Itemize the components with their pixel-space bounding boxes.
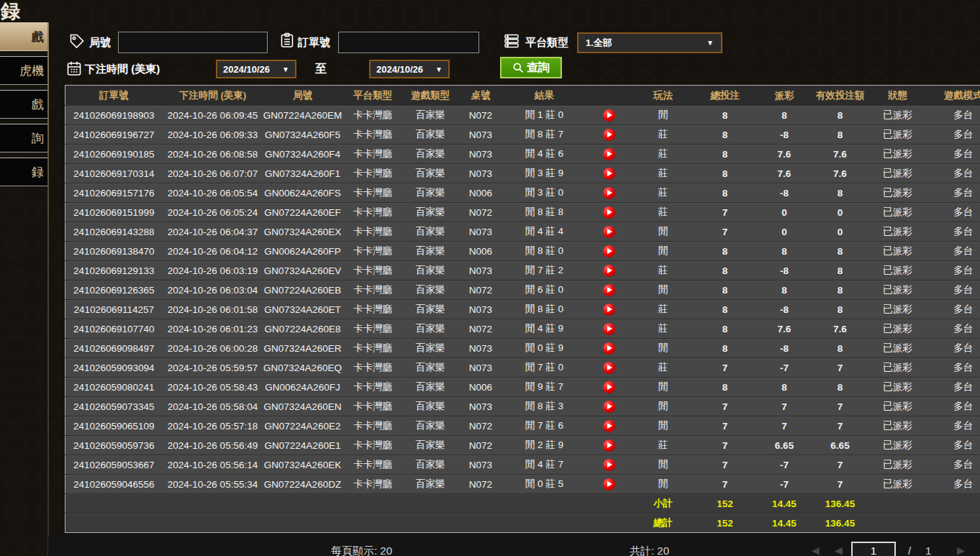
order-number-cell: 241026059059736 — [65, 436, 163, 455]
date-to-select[interactable]: 2024/10/26 ▼ — [369, 60, 450, 78]
replay-play-button[interactable] — [603, 304, 615, 316]
replay-cell — [585, 319, 634, 339]
sidebar-item-records[interactable]: 録 — [0, 158, 47, 186]
sidebar-item-slots[interactable]: 虎機 — [0, 56, 47, 85]
prev-page-button[interactable]: ◀ — [835, 544, 843, 556]
table-row: 2410260590733452024-10-26 05:58:04GN0732… — [65, 397, 980, 416]
replay-play-button[interactable] — [603, 187, 615, 199]
replay-play-button[interactable] — [603, 439, 615, 452]
bet-time-cell: 2024-10-26 05:56:49 — [163, 436, 263, 455]
grand-total-row-value: 136.45 — [812, 514, 869, 533]
valid-bet-cell: 8 — [812, 183, 869, 203]
result-cell: 閒 4 莊 6 — [504, 145, 585, 164]
table-row: 2410260691432882024-10-26 06:04:37GN0732… — [65, 222, 980, 242]
valid-bet-cell: 0 — [812, 222, 869, 242]
replay-play-button[interactable] — [603, 206, 615, 219]
bet-time-cell: 2024-10-26 06:00:28 — [163, 339, 263, 358]
next-page-button[interactable]: ▶ — [957, 544, 965, 556]
sidebar-item-label: 戲 — [32, 29, 44, 45]
total-bet-cell: 8 — [693, 378, 758, 397]
table-row: 2410260691901852024-10-26 06:08:58GN0732… — [65, 145, 980, 164]
replay-play-button[interactable] — [603, 245, 615, 258]
replay-play-button[interactable] — [603, 323, 615, 335]
total-bet-cell: 8 — [693, 125, 758, 145]
order-number-cell: 241026069114257 — [65, 300, 163, 319]
first-page-button[interactable]: ◀ — [812, 544, 820, 556]
play-method-cell: 閒 — [634, 416, 693, 436]
replay-cell — [585, 300, 634, 319]
valid-bet-cell: 8 — [812, 106, 869, 125]
replay-play-button[interactable] — [603, 109, 615, 122]
replay-play-button[interactable] — [603, 129, 615, 141]
play-method-cell: 閒 — [634, 222, 693, 242]
replay-play-button[interactable] — [603, 478, 615, 491]
replay-play-button[interactable] — [603, 148, 615, 160]
order-number-cell: 241026069126365 — [65, 281, 163, 300]
empty-cell — [458, 514, 504, 533]
empty-cell — [404, 494, 458, 514]
round-number-cell: GN07224A260E1 — [263, 436, 342, 455]
platform-type-cell: 卡卡灣廳 — [342, 164, 404, 183]
round-number-cell: GN07324A260ET — [263, 300, 342, 319]
replay-play-button[interactable] — [603, 265, 615, 277]
clipboard-icon — [279, 32, 295, 48]
empty-cell — [263, 514, 342, 533]
status-cell: 已派彩 — [869, 261, 927, 281]
platform-type-select[interactable]: 1.全部 ▼ — [577, 32, 722, 53]
order-number-input[interactable] — [338, 32, 479, 53]
round-number-cell: GN07324A260EV — [263, 261, 342, 281]
table-number-cell: N006 — [458, 378, 504, 397]
valid-bet-cell: 8 — [812, 242, 869, 261]
platform-type-cell: 卡卡灣廳 — [342, 242, 404, 261]
sidebar-item-query[interactable]: 詢 — [0, 124, 47, 152]
bet-time-cell: 2024-10-26 06:03:04 — [163, 281, 263, 300]
replay-play-button[interactable] — [603, 459, 615, 471]
order-number-cell: 241026069198903 — [65, 106, 163, 125]
game-type-cell: 百家樂 — [404, 378, 458, 397]
game-type-cell: 百家樂 — [404, 261, 458, 281]
round-number-input[interactable] — [118, 32, 268, 53]
round-number-label: 局號 — [89, 36, 111, 50]
total-bet-cell: 8 — [693, 281, 758, 300]
total-bet-cell: 8 — [693, 106, 758, 125]
empty-cell — [504, 514, 585, 533]
replay-play-button[interactable] — [603, 401, 615, 413]
status-cell: 已派彩 — [869, 358, 927, 378]
replay-play-button[interactable] — [603, 226, 615, 238]
replay-cell — [585, 339, 634, 358]
date-from-select[interactable]: 2024/10/26 ▼ — [216, 60, 296, 78]
replay-play-button[interactable] — [603, 362, 615, 374]
empty-cell — [585, 514, 634, 533]
page-divider: / — [908, 544, 911, 556]
replay-play-button[interactable] — [603, 381, 615, 393]
total-bet-cell: 8 — [693, 183, 758, 203]
empty-cell — [65, 494, 163, 514]
result-cell: 閒 7 莊 2 — [504, 261, 585, 281]
status-cell: 已派彩 — [869, 475, 927, 494]
page-number-input[interactable]: 1 — [851, 542, 896, 556]
replay-cell — [585, 455, 634, 475]
status-cell: 已派彩 — [869, 125, 927, 145]
table-row: 2410260690984972024-10-26 06:00:28GN0732… — [65, 339, 980, 358]
round-number-cell: GN07324A260EQ — [263, 358, 342, 378]
game-mode-cell: 多台 — [927, 242, 980, 261]
play-method-cell: 閒 — [634, 455, 693, 475]
search-button[interactable]: 查詢 — [500, 57, 562, 78]
payout-cell: 6.65 — [758, 436, 812, 455]
subtotal-row-value: 152 — [693, 494, 758, 514]
sidebar-item-games[interactable]: 戲 — [0, 90, 47, 119]
total-count-label: 共計: 20 — [630, 544, 669, 556]
replay-play-button[interactable] — [603, 342, 615, 355]
table-row: 2410260590597362024-10-26 05:56:49GN0722… — [65, 436, 980, 455]
table-row: 2410260691291332024-10-26 06:03:19GN0732… — [65, 261, 980, 281]
round-number-cell: GN07324A260ER — [263, 339, 342, 358]
game-mode-cell: 多台 — [927, 300, 980, 319]
valid-bet-cell: 8 — [812, 300, 869, 319]
grand-total-row-value: 152 — [693, 514, 758, 533]
play-method-cell: 莊 — [634, 183, 693, 203]
records-table: 訂單號下注時間 (美東)局號平台類型遊戲類型桌號結果玩法總投注派彩有效投注額狀態… — [65, 85, 980, 533]
replay-play-button[interactable] — [603, 420, 615, 432]
replay-play-button[interactable] — [603, 284, 615, 296]
sidebar-item-live-games[interactable]: 戲 — [0, 22, 47, 51]
replay-play-button[interactable] — [603, 168, 615, 180]
